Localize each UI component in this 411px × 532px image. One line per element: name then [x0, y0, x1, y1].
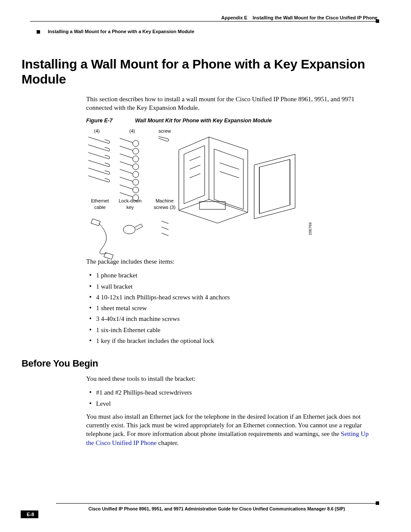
list-item: 1 six-inch Ethernet cable: [86, 326, 377, 334]
list-item: 1 wall bracket: [86, 282, 377, 291]
list-item: #1 and #2 Phillips-head screwdrivers: [86, 388, 377, 397]
header-appendix: Appendix E Installing the Wall Mount for…: [22, 15, 377, 20]
tools-intro: You need these tools to install the brac…: [86, 374, 377, 383]
header-section-title: Installing a Wall Mount for a Phone with…: [48, 29, 194, 34]
appendix-title: Installing the Wall Mount for the Cisco …: [252, 15, 377, 20]
svg-point-3: [133, 164, 139, 170]
appendix-label: Appendix E: [221, 15, 248, 20]
before-you-begin-heading: Before You Begin: [22, 358, 377, 369]
page-title: Installing a Wall Mount for a Phone with…: [22, 56, 377, 87]
list-item: 4 10-12x1 inch Phillips-head screws with…: [86, 293, 377, 302]
svg-point-5: [133, 179, 139, 185]
svg-rect-9: [199, 202, 225, 209]
wall-mount-kit-illustration: [86, 135, 314, 260]
list-item: 1 sheet metal screw: [86, 304, 377, 312]
figure-caption: Figure E-7 Wall Mount Kit for Phone with…: [86, 117, 377, 124]
svg-point-4: [133, 171, 139, 177]
header-rule-marker: [376, 19, 379, 23]
package-list: 1 phone bracket 1 wall bracket 4 10-12x1…: [86, 271, 377, 345]
svg-point-7: [133, 195, 139, 201]
page-footer: Cisco Unified IP Phone 8961, 9951, and 9…: [22, 501, 377, 511]
list-item: 3 4-40x1/4 inch machine screws: [86, 314, 377, 323]
tools-list: #1 and #2 Phillips-head screwdrivers Lev…: [86, 388, 377, 408]
label-qty-b: (4): [129, 128, 135, 134]
figure-title: Wall Mount Kit for Phone with Key Expans…: [135, 118, 271, 124]
ethernet-jack-paragraph: You must also install an Ethernet jack f…: [86, 412, 377, 447]
jack-para-pre: You must also install an Ethernet jack f…: [86, 413, 362, 438]
label-qty-a: (4): [94, 128, 100, 134]
svg-point-2: [133, 156, 139, 162]
footer-guide-title: Cisco Unified IP Phone 8961, 9951, and 9…: [22, 506, 377, 511]
svg-point-1: [133, 148, 139, 154]
label-screw: screw: [159, 128, 171, 134]
list-item: Level: [86, 399, 377, 408]
list-item: 1 phone bracket: [86, 271, 377, 280]
svg-point-0: [133, 140, 139, 146]
list-item: 1 key if the bracket includes the option…: [86, 336, 377, 345]
svg-point-6: [133, 187, 139, 193]
figure-number: Figure E-7: [86, 117, 134, 124]
intro-paragraph: This section describes how to install a …: [86, 95, 377, 112]
figure-diagram: (4) (4) screw Ethernet cable Lock-down k…: [86, 128, 314, 257]
jack-para-post: chapter.: [157, 439, 179, 446]
page-number: E-8: [21, 510, 38, 518]
svg-point-8: [123, 225, 135, 234]
